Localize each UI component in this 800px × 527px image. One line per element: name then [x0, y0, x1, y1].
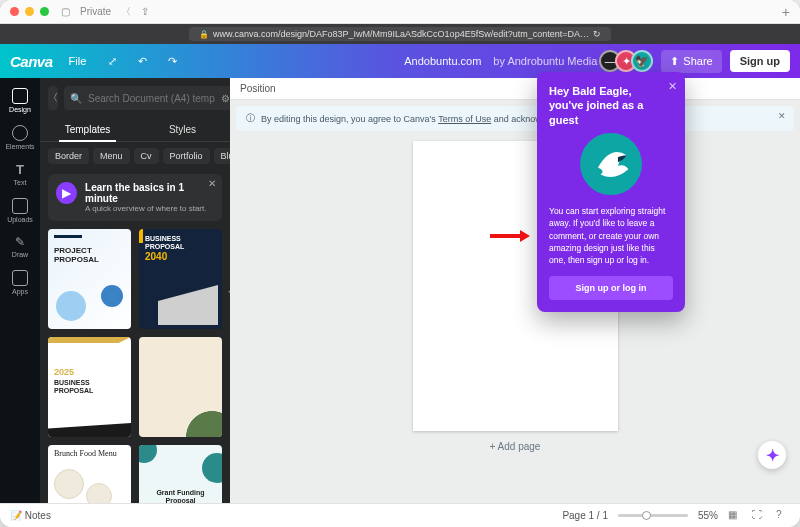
undo-icon[interactable]: ↶ [132, 51, 152, 71]
chip[interactable]: Border [48, 148, 89, 164]
annotation-arrow [490, 230, 530, 242]
status-bar: 📝 Notes Page 1 / 1 55% ▦ ⛶ ? [0, 503, 800, 527]
panel-back-button[interactable]: 〈 [48, 86, 58, 110]
help-icon[interactable]: ? [776, 509, 790, 523]
share-button[interactable]: ⬆ Share [661, 50, 721, 73]
notes-button[interactable]: 📝 Notes [10, 510, 51, 521]
left-rail: Design Elements TText Uploads ✎Draw Apps [0, 78, 40, 503]
doc-title[interactable]: Andobuntu.com [404, 55, 481, 67]
filter-chips: Border Menu Cv Portfolio Blue › [40, 142, 230, 170]
refresh-icon[interactable]: ↻ [593, 29, 601, 39]
upload-icon: ⬆ [670, 55, 679, 68]
toolbar-position[interactable]: Position [230, 78, 800, 100]
search-input[interactable] [86, 92, 217, 105]
browser-url-bar[interactable]: 🔒 www.canva.com/design/DAFo83P_IwM/Mm9IL… [0, 24, 800, 44]
search-icon: 🔍 [70, 93, 82, 104]
zoom-value[interactable]: 55% [698, 510, 718, 521]
close-icon[interactable]: ✕ [208, 178, 216, 189]
guest-popup: ✕ Hey Bald Eagle, you've joined as a gue… [537, 72, 685, 312]
template-thumb[interactable]: Brunch Food Menu [48, 445, 131, 503]
lock-icon: 🔒 [199, 30, 209, 39]
template-thumb[interactable]: PROJECTPROPOSAL [48, 229, 131, 329]
rail-draw[interactable]: ✎Draw [0, 231, 40, 262]
template-thumb[interactable]: Grant FundingProposal [139, 445, 222, 503]
redo-icon[interactable]: ↷ [162, 51, 182, 71]
file-menu[interactable]: File [63, 51, 93, 71]
new-tab-button[interactable]: + [782, 4, 790, 20]
filter-icon[interactable]: ⚙ [221, 93, 230, 104]
terms-banner: ⓘ By editing this design, you agree to C… [236, 106, 794, 131]
tab-templates[interactable]: Templates [40, 118, 135, 141]
template-grid: PROJECTPROPOSAL BUSINESSPROPOSAL 2040 20… [40, 229, 230, 503]
traffic-lights[interactable] [10, 7, 49, 16]
help-fab[interactable]: ✦ [758, 441, 786, 469]
template-search[interactable]: 🔍 ⚙ [64, 86, 236, 110]
side-tabs: Templates Styles [40, 118, 230, 142]
chevron-left-icon[interactable]: 〈 [121, 5, 131, 19]
chip[interactable]: Portfolio [163, 148, 210, 164]
zoom-slider[interactable] [618, 514, 688, 517]
avatar-eagle [580, 133, 642, 195]
toolbar-icons: ▢ Private 〈 ⇪ [61, 5, 149, 19]
play-icon: ▶ [56, 182, 77, 204]
template-thumb[interactable] [139, 337, 222, 437]
signup-login-button[interactable]: Sign up or log in [549, 276, 673, 300]
info-icon: ⓘ [246, 112, 255, 125]
export-icon[interactable]: ⇪ [141, 6, 149, 17]
collaborator-avatars[interactable]: — ✦ 🦅 [605, 50, 653, 72]
canva-logo[interactable]: Canva [10, 53, 53, 70]
grid-view-icon[interactable]: ▦ [728, 509, 742, 523]
url-text: www.canva.com/design/DAFo83P_IwM/Mm9ILaA… [213, 29, 589, 39]
side-panel: 〈 🔍 ⚙ Templates Styles Border Menu Cv Po… [40, 78, 230, 503]
template-thumb[interactable]: 2025 BUSINESSPROPOSAL [48, 337, 131, 437]
close-icon[interactable]: ✕ [668, 80, 677, 93]
rail-apps[interactable]: Apps [0, 266, 40, 299]
fullscreen-icon[interactable]: ⛶ [752, 509, 766, 523]
popup-body: You can start exploring straight away. I… [549, 205, 673, 267]
rail-design[interactable]: Design [0, 84, 40, 117]
rail-text[interactable]: TText [0, 158, 40, 190]
popup-title: Hey Bald Eagle, you've joined as a guest [549, 84, 673, 127]
app-window: ▢ Private 〈 ⇪ + 🔒 www.canva.com/design/D… [0, 0, 800, 527]
signup-button[interactable]: Sign up [730, 50, 790, 72]
chip[interactable]: Cv [134, 148, 159, 164]
chip[interactable]: Blue [214, 148, 230, 164]
close-icon[interactable]: ✕ [778, 111, 786, 121]
rail-uploads[interactable]: Uploads [0, 194, 40, 227]
mac-titlebar: ▢ Private 〈 ⇪ + [0, 0, 800, 24]
add-page-button[interactable]: + Add page [490, 441, 541, 452]
resize-icon[interactable]: ⤢ [102, 51, 122, 71]
private-label: Private [80, 6, 111, 17]
doc-author: by Androbuntu Media [493, 55, 597, 67]
tab-styles[interactable]: Styles [135, 118, 230, 141]
template-thumb[interactable]: BUSINESSPROPOSAL 2040 [139, 229, 222, 329]
chip[interactable]: Menu [93, 148, 130, 164]
rail-elements[interactable]: Elements [0, 121, 40, 154]
sidebar-icon[interactable]: ▢ [61, 6, 70, 17]
terms-link[interactable]: Terms of Use [438, 114, 491, 124]
page-indicator[interactable]: Page 1 / 1 [562, 510, 608, 521]
canvas-area: Position ⓘ By editing this design, you a… [230, 78, 800, 503]
onboarding-tip[interactable]: ▶ Learn the basics in 1 minute A quick o… [48, 174, 222, 221]
